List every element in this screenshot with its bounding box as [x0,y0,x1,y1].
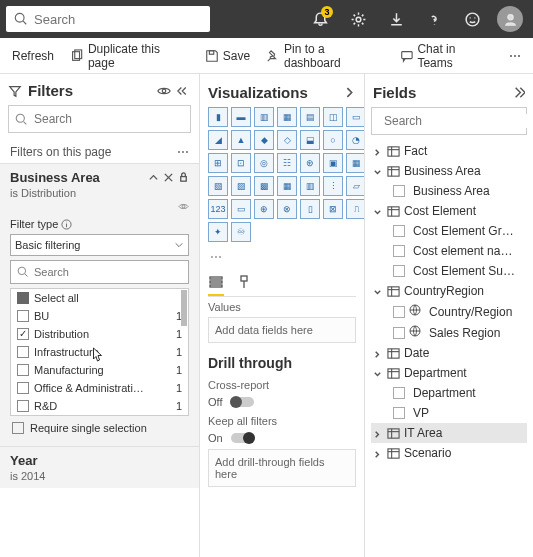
feedback-button[interactable] [455,2,489,36]
viz-type-icon[interactable]: ⊠ [323,199,343,219]
viz-type-icon[interactable]: ▯ [300,199,320,219]
checkbox[interactable] [17,382,29,394]
field-row[interactable]: Cost element na… [371,241,527,261]
checkbox[interactable] [17,346,29,358]
filters-search-input[interactable] [34,112,184,126]
chevron-right-icon[interactable] [373,146,383,156]
viz-type-icon[interactable]: ⊛ [300,153,320,173]
chevron-down-icon[interactable] [373,368,383,378]
more-actions-button[interactable]: ⋯ [503,45,527,67]
format-tab[interactable] [236,274,252,296]
field-checkbox[interactable] [393,185,405,197]
field-row[interactable]: Cost Element Gr… [371,221,527,241]
viz-type-icon[interactable]: ▦ [277,176,297,196]
fields-search[interactable] [371,107,527,135]
checkbox[interactable] [17,328,29,340]
table-row[interactable]: Date [371,343,527,363]
viz-type-icon[interactable]: ⬓ [300,130,320,150]
field-row[interactable]: Department [371,383,527,403]
fields-tab[interactable] [208,274,224,296]
checkbox[interactable] [17,364,29,376]
viz-type-icon[interactable]: ▧ [208,176,228,196]
field-row[interactable]: Business Area [371,181,527,201]
viz-type-icon[interactable]: ◇ [277,130,297,150]
viz-type-icon[interactable]: ◆ [254,130,274,150]
chat-teams-button[interactable]: Chat in Teams [394,38,499,74]
table-row[interactable]: Business Area [371,161,527,181]
viz-type-icon[interactable]: ▬ [231,107,251,127]
viz-type-icon[interactable]: ⊕ [254,199,274,219]
field-checkbox[interactable] [393,306,405,318]
field-checkbox[interactable] [393,245,405,257]
collapse-card-icon[interactable] [148,172,159,183]
keep-filters-toggle[interactable] [231,433,255,443]
viz-type-icon[interactable]: ✦ [208,222,228,242]
field-row[interactable]: Cost Element Su… [371,261,527,281]
field-checkbox[interactable] [393,387,405,399]
viz-more[interactable]: ⋯ [208,248,356,272]
filter-values-search[interactable] [10,260,189,284]
field-checkbox[interactable] [393,407,405,419]
field-checkbox[interactable] [393,265,405,277]
viz-type-icon[interactable]: ▥ [300,176,320,196]
viz-type-icon[interactable]: ▦ [277,107,297,127]
viz-type-icon[interactable]: ▭ [346,107,365,127]
viz-type-icon[interactable]: ⋮ [323,176,343,196]
viz-type-icon[interactable]: ○ [323,130,343,150]
cross-report-toggle[interactable] [230,397,254,407]
chevron-down-icon[interactable] [373,286,383,296]
fields-search-input[interactable] [384,114,533,128]
table-row[interactable]: Fact [371,141,527,161]
drill-dropzone[interactable]: Add drill-through fields here [208,449,356,487]
viz-type-icon[interactable]: ▩ [254,176,274,196]
checkbox[interactable] [17,400,29,412]
checkbox[interactable] [17,310,29,322]
viz-type-icon[interactable]: ▮ [208,107,228,127]
chevron-right-icon[interactable] [373,448,383,458]
global-search-input[interactable] [34,12,202,27]
viz-type-icon[interactable]: 123 [208,199,228,219]
table-row[interactable]: IT Area [371,423,527,443]
viz-type-icon[interactable]: ⊞ [208,153,228,173]
collapse-icon[interactable] [177,84,191,98]
viz-type-icon[interactable]: ◎ [254,153,274,173]
viz-type-icon[interactable]: ⎍ [346,199,365,219]
filter-option[interactable]: BU1 [11,307,188,325]
viz-type-icon[interactable]: ⊡ [231,153,251,173]
viz-type-icon[interactable]: ▣ [323,153,343,173]
clear-filter-icon[interactable] [163,172,174,183]
settings-button[interactable] [341,2,375,36]
table-row[interactable]: Scenario [371,443,527,463]
save-button[interactable]: Save [199,45,256,67]
chevron-down-icon[interactable] [373,166,383,176]
checkbox[interactable] [17,292,29,304]
filters-page-more[interactable]: ⋯ [177,145,189,159]
viz-type-icon[interactable]: ▱ [346,176,365,196]
filter-option[interactable]: Select all [11,289,188,307]
viz-type-icon[interactable]: ▦ [346,153,365,173]
hide-filter-icon[interactable] [178,201,189,212]
chevron-down-icon[interactable] [373,206,383,216]
viz-type-icon[interactable]: ⊗ [277,199,297,219]
expand-icon[interactable] [343,86,356,99]
chevron-right-icon[interactable] [373,428,383,438]
download-button[interactable] [379,2,413,36]
viz-type-icon[interactable]: ▨ [231,176,251,196]
viz-type-icon[interactable]: ▭ [231,199,251,219]
global-search[interactable] [6,6,210,32]
preview-icon[interactable] [157,84,171,98]
values-dropzone[interactable]: Add data fields here [208,317,356,343]
filter-values-search-input[interactable] [34,266,182,278]
help-button[interactable] [417,2,451,36]
account-button[interactable] [493,2,527,36]
field-row[interactable]: Country/Region [371,301,527,322]
field-row[interactable]: VP [371,403,527,423]
notifications-button[interactable]: 3 [303,2,337,36]
filter-option[interactable]: Office & Administrati…1 [11,379,188,397]
lock-filter-icon[interactable] [178,172,189,183]
chevron-right-icon[interactable] [373,348,383,358]
field-row[interactable]: Sales Region [371,322,527,343]
require-single-checkbox[interactable] [12,422,24,434]
filter-option[interactable]: R&D1 [11,397,188,415]
duplicate-page-button[interactable]: Duplicate this page [64,38,195,74]
